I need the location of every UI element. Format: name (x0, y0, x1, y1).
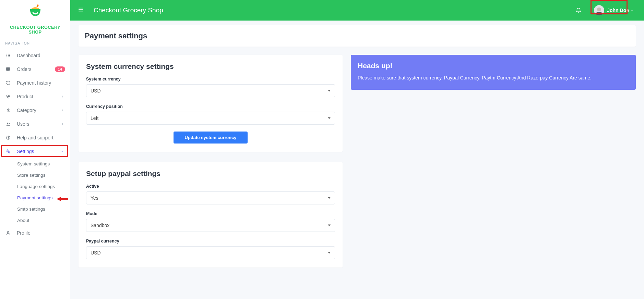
select-paypal-currency[interactable]: USD (86, 246, 335, 259)
label-system-currency: System currency (86, 77, 335, 82)
svg-marker-20 (57, 197, 61, 201)
sidebar-item-product[interactable]: Product (0, 90, 70, 103)
chevron-right-icon (60, 108, 65, 113)
alert-text: Please make sure that system currency, P… (358, 74, 629, 82)
menu-toggle-icon[interactable] (78, 7, 85, 14)
svg-point-4 (7, 55, 7, 56)
sidebar-item-category[interactable]: Category (0, 103, 70, 117)
svg-point-2 (8, 54, 9, 54)
avatar (594, 5, 604, 15)
caret-down-icon (328, 197, 331, 199)
page-header: Payment settings (79, 25, 636, 47)
history-icon (5, 80, 11, 86)
svg-point-7 (7, 57, 7, 57)
content: Payment settings System currency setting… (70, 25, 644, 281)
sidebar-item-users[interactable]: Users (0, 117, 70, 131)
chevron-right-icon (60, 122, 65, 126)
sidebar-item-orders[interactable]: Orders 14 (0, 62, 70, 76)
sidebar-item-label: Help and support (17, 135, 65, 140)
caret-down-icon (328, 225, 331, 226)
card-title: System currency settings (86, 62, 335, 71)
card-system-currency: System currency settings System currency… (79, 55, 343, 152)
svg-point-17 (7, 150, 9, 152)
svg-point-12 (8, 97, 9, 98)
select-value: Yes (91, 195, 98, 201)
svg-point-8 (8, 57, 9, 57)
label-paypal-active: Active (86, 184, 335, 189)
sub-item-smtp-settings[interactable]: Smtp settings (0, 203, 70, 215)
svg-point-6 (9, 55, 10, 56)
sub-item-system-settings[interactable]: System settings (0, 158, 70, 170)
sidebar-item-label: Category (17, 108, 60, 113)
grid-icon (5, 52, 11, 59)
svg-point-10 (7, 95, 8, 97)
svg-point-9 (9, 57, 10, 57)
select-paypal-active[interactable]: Yes (86, 191, 335, 204)
svg-point-14 (9, 123, 10, 124)
product-icon (5, 94, 11, 100)
category-icon (5, 107, 11, 113)
annotation-arrow-icon (57, 195, 68, 204)
select-paypal-mode[interactable]: Sandbox (86, 219, 335, 232)
caret-down-icon (328, 90, 331, 92)
select-value: USD (91, 250, 101, 256)
sidebar-item-label: Dashboard (17, 53, 65, 58)
svg-point-18 (9, 152, 10, 153)
sidebar-item-help[interactable]: Help and support (0, 131, 70, 145)
alert-info: Heads up! Please make sure that system c… (351, 55, 636, 90)
select-value: USD (91, 88, 101, 94)
user-menu[interactable]: John Doe (592, 4, 636, 17)
label-paypal-mode: Mode (86, 211, 335, 216)
sidebar-item-label: Product (17, 94, 60, 99)
user-icon (5, 230, 11, 236)
caret-down-icon (328, 117, 331, 119)
sidebar-item-label: Settings (17, 149, 60, 154)
select-currency-position[interactable]: Left (86, 112, 335, 125)
sidebar-item-label: Users (17, 121, 60, 127)
bell-icon[interactable] (575, 7, 582, 14)
sub-item-about[interactable]: About (0, 215, 70, 226)
sub-item-language-settings[interactable]: Language settings (0, 181, 70, 192)
sidebar-item-label: Payment history (17, 80, 65, 86)
sidebar-item-settings[interactable]: Settings (0, 145, 70, 158)
chevron-down-icon (60, 149, 65, 154)
alert-title: Heads up! (358, 62, 629, 70)
select-system-currency[interactable]: USD (86, 84, 335, 97)
sidebar: CHECKOUT GROCERY SHOP NAVIGATION Dashboa… (0, 0, 70, 281)
sidebar-item-payment-history[interactable]: Payment history (0, 76, 70, 90)
select-value: Left (91, 115, 98, 121)
svg-point-16 (8, 138, 9, 139)
help-icon (5, 135, 11, 141)
nav-section-label: NAVIGATION (0, 39, 70, 49)
gear-icon (5, 148, 11, 154)
svg-marker-26 (631, 11, 633, 12)
svg-point-3 (9, 54, 10, 54)
sidebar-item-profile[interactable]: Profile (0, 226, 70, 240)
app-title: Checkout Grocery Shop (94, 7, 163, 14)
svg-point-25 (597, 8, 601, 12)
caret-down-icon (630, 8, 634, 12)
sidebar-item-dashboard[interactable]: Dashboard (0, 49, 70, 62)
orders-badge: 14 (55, 66, 65, 72)
topbar: Checkout Grocery Shop John Doe (70, 0, 644, 21)
card-title: Setup paypal settings (86, 170, 335, 178)
sidebar-item-label: Profile (17, 230, 65, 236)
caret-down-icon (328, 252, 331, 254)
svg-point-1 (7, 54, 7, 54)
svg-point-21 (8, 231, 9, 233)
users-icon (5, 121, 11, 127)
svg-point-0 (36, 4, 39, 8)
svg-point-13 (7, 123, 9, 124)
brand-name: CHECKOUT GROCERY SHOP (0, 22, 70, 39)
sub-item-store-settings[interactable]: Store settings (0, 170, 70, 181)
card-paypal-settings: Setup paypal settings Active Yes Mode Sa… (79, 162, 343, 267)
svg-point-11 (8, 95, 10, 97)
svg-point-5 (8, 55, 9, 56)
select-value: Sandbox (91, 223, 109, 228)
sidebar-item-label: Orders (17, 66, 55, 72)
book-icon (5, 66, 11, 72)
label-paypal-currency: Paypal currency (86, 239, 335, 244)
update-system-currency-button[interactable]: Update system currency (174, 132, 247, 144)
page-title: Payment settings (85, 32, 630, 40)
chevron-right-icon (60, 94, 65, 99)
